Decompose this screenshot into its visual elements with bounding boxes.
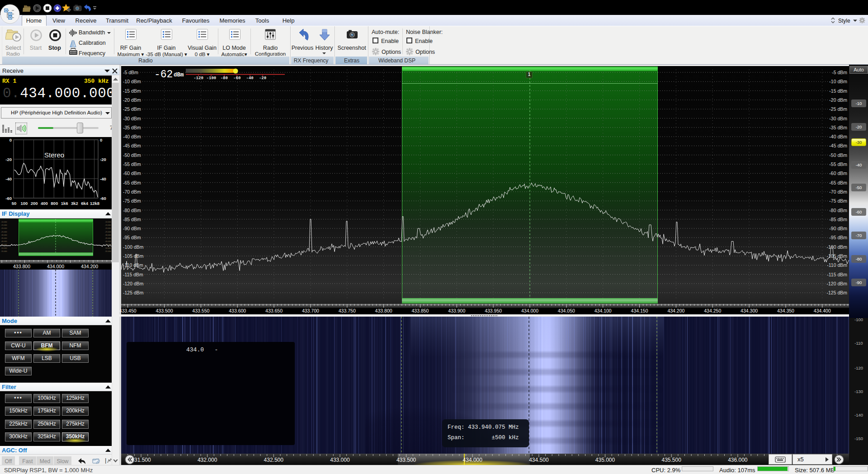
svg-text:Style: Style [838,18,850,24]
